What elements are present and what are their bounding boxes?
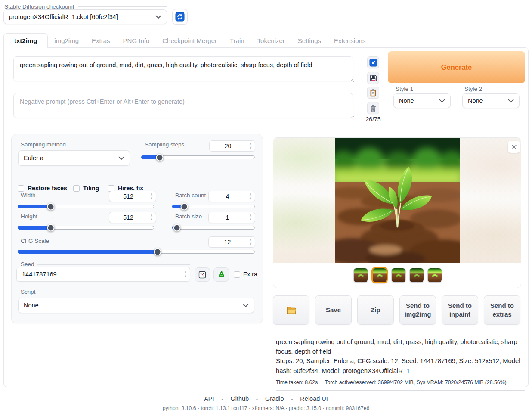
extra-seed-checkbox[interactable]	[234, 271, 240, 278]
tab-img2img[interactable]: img2img	[48, 33, 85, 48]
width-slider[interactable]	[18, 205, 154, 208]
gallery-thumbnail-strip	[273, 268, 521, 283]
checkpoint-select[interactable]: protogenX34OfficialR_1.ckpt [60fe2f34]	[3, 9, 167, 24]
seed-input[interactable]: 1441787169 ∧∨	[16, 267, 190, 282]
clear-prompt-button[interactable]	[367, 102, 379, 114]
slider-knob[interactable]	[47, 203, 54, 210]
style2-select[interactable]: None	[462, 93, 520, 108]
tab-extensions[interactable]: Extensions	[328, 33, 372, 48]
thumbnail-image	[373, 268, 387, 282]
slider-knob[interactable]	[47, 224, 54, 231]
open-folder-button[interactable]	[273, 295, 309, 325]
refresh-checkpoints-button[interactable]	[172, 9, 188, 25]
seed-value: 1441787169	[17, 271, 181, 278]
batch-size-slider[interactable]	[172, 226, 255, 230]
sampling-steps-input[interactable]: 20 ∧∨	[209, 140, 255, 152]
height-slider[interactable]	[18, 226, 154, 230]
cfg-scale-input[interactable]: 12 ∧∨	[208, 236, 255, 248]
cfg-scale-slider[interactable]	[18, 250, 255, 254]
gallery-thumbnail-3[interactable]	[391, 268, 406, 283]
stable-diffusion-webui: Stable Diffusion checkpoint protogenX34O…	[0, 0, 532, 416]
footer-link-gradio[interactable]: Gradio	[249, 395, 284, 402]
batch-size-value: 1	[209, 214, 246, 221]
slider-fill	[18, 250, 157, 254]
output-gallery	[273, 137, 521, 288]
vram-usage: Torch active/reserved: 3699/4702 MiB, Sy…	[325, 379, 506, 386]
random-seed-button[interactable]	[195, 267, 210, 282]
trash-icon	[369, 104, 377, 112]
seed-stepper[interactable]: ∧∨	[181, 271, 190, 278]
negative-prompt-input[interactable]	[13, 93, 353, 118]
sampling-steps-stepper[interactable]: ∧∨	[246, 143, 255, 150]
zip-button[interactable]: Zip	[357, 295, 394, 325]
tab-tokenizer[interactable]: Tokenizer	[251, 33, 291, 48]
close-gallery-button[interactable]	[508, 141, 520, 153]
style1-select[interactable]: None	[393, 93, 451, 108]
cfg-scale-stepper[interactable]: ∧∨	[246, 239, 255, 246]
footer-link-github[interactable]: Github	[214, 395, 249, 402]
cfg-scale-label: CFG Scale	[21, 238, 49, 244]
thumbnail-image	[428, 268, 442, 282]
save-style-button[interactable]	[367, 72, 379, 84]
tab-train[interactable]: Train	[223, 33, 251, 48]
send-to-inpaint-button[interactable]: Send to inpaint	[442, 295, 478, 325]
batch-size-input[interactable]: 1 ∧∨	[208, 212, 255, 223]
batch-size-stepper[interactable]: ∧∨	[246, 214, 255, 221]
tab-settings[interactable]: Settings	[291, 33, 328, 48]
generate-button[interactable]: Generate	[388, 51, 525, 83]
send-to-extras-button[interactable]: Send to extras	[484, 295, 520, 325]
sampling-steps-value: 20	[210, 143, 246, 149]
height-stepper[interactable]: ∧∨	[147, 214, 156, 221]
clipboard-icon	[369, 89, 377, 97]
tiling-checkbox[interactable]	[73, 185, 80, 192]
apply-style-button[interactable]	[367, 87, 379, 99]
height-input[interactable]: 512 ∧∨	[109, 212, 156, 223]
batch-count-stepper[interactable]: ∧∨	[246, 193, 255, 200]
generation-settings-panel: Sampling method Euler a Sampling steps 2…	[11, 134, 263, 323]
footer-link-reload-ui[interactable]: Reload UI	[284, 395, 328, 402]
cfg-scale-value: 12	[209, 239, 246, 245]
slider-knob[interactable]	[154, 248, 161, 255]
slider-knob[interactable]	[173, 224, 180, 231]
footer-link-api[interactable]: API	[204, 395, 214, 402]
tab-png-info[interactable]: PNG Info	[117, 33, 156, 48]
generation-info-prompt: green sapling rowing out of ground, mud,…	[276, 337, 525, 356]
chevron-down-icon	[508, 99, 514, 103]
sampling-method-label: Sampling method	[21, 141, 66, 148]
batch-count-input[interactable]: 4 ∧∨	[208, 191, 255, 202]
checkpoint-label-row: Stable Diffusion checkpoint	[4, 3, 167, 10]
checkpoint-label: Stable Diffusion checkpoint	[4, 3, 74, 10]
reuse-seed-button[interactable]	[213, 267, 229, 282]
slider-knob[interactable]	[156, 154, 163, 161]
generated-image[interactable]	[335, 138, 460, 263]
restore-faces-label: Restore faces	[28, 185, 67, 192]
refresh-icon	[175, 12, 185, 22]
time-taken: Time taken: 8.62s	[276, 379, 318, 386]
slider-knob[interactable]	[180, 203, 188, 210]
main-tabs: txt2img img2img Extras PNG Info Checkpoi…	[3, 33, 372, 48]
checkpoint-value: protogenX34OfficialR_1.ckpt [60fe2f34]	[9, 13, 155, 20]
tab-txt2img[interactable]: txt2img	[3, 33, 48, 48]
footer: API Github Gradio Reload UI python: 3.10…	[0, 395, 532, 411]
restore-faces-checkbox[interactable]	[18, 185, 24, 192]
generation-info-params: Steps: 20, Sampler: Euler a, CFG scale: …	[276, 356, 525, 375]
width-stepper[interactable]: ∧∨	[147, 193, 156, 200]
batch-count-value: 4	[209, 193, 246, 200]
prompt-input[interactable]: green sapling rowing out of ground, mud,…	[13, 56, 353, 81]
width-input[interactable]: 512 ∧∨	[109, 191, 156, 202]
batch-count-slider[interactable]	[172, 205, 255, 208]
tab-checkpoint-merger[interactable]: Checkpoint Merger	[156, 33, 223, 48]
script-select[interactable]: None	[18, 298, 254, 313]
sampling-method-select[interactable]: Euler a	[18, 150, 130, 166]
arrow-down-left-icon	[369, 59, 377, 67]
gallery-thumbnail-2-selected[interactable]	[371, 267, 388, 283]
slider-fill	[18, 226, 50, 230]
tab-extras[interactable]: Extras	[85, 33, 117, 48]
sampling-steps-slider[interactable]	[141, 155, 255, 159]
save-button[interactable]: Save	[315, 295, 352, 325]
send-to-img2img-button[interactable]: Send to img2img	[399, 295, 436, 325]
gallery-thumbnail-1[interactable]	[353, 268, 368, 283]
read-generation-params-button[interactable]	[367, 56, 379, 68]
gallery-thumbnail-4[interactable]	[409, 268, 424, 283]
gallery-thumbnail-5[interactable]	[427, 268, 442, 283]
